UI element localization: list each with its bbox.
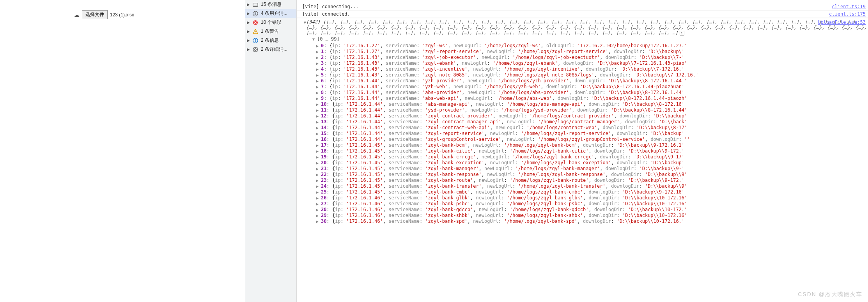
array-entry[interactable]: ▶2: {ip: '172.16.1.43', serviceName: 'zq… — [316, 55, 868, 60]
filter-label: 1 条警告 — [261, 28, 279, 35]
caret-right-icon: ▶ — [247, 20, 252, 25]
caret-right-icon: ▶ — [316, 190, 321, 195]
array-entry[interactable]: ▶8: {ip: '172.16.1.44', serviceName: 'ab… — [316, 90, 868, 96]
caret-right-icon: ▶ — [316, 114, 321, 119]
array-entry[interactable]: ▶29: {ip: '172.16.1.46', serviceName: 'z… — [316, 213, 868, 219]
array-entry[interactable]: ▶5: {ip: '172.16.1.43', serviceName: 'zq… — [316, 72, 868, 78]
source-link[interactable]: client.ts:175 — [829, 11, 866, 18]
verb-icon — [252, 46, 259, 53]
array-entry[interactable]: ▶15: {ip: '172.16.1.44', serviceName: 'z… — [316, 131, 868, 137]
array-entry[interactable]: ▶14: {ip: '172.16.1.44', serviceName: 'z… — [316, 125, 868, 131]
array-entry[interactable]: ▶20: {ip: '172.16.1.45', serviceName: 'z… — [316, 160, 868, 166]
filter-info[interactable]: ▶2 条信息 — [245, 36, 296, 45]
caret-right-icon: ▶ — [316, 43, 321, 49]
array-entry[interactable]: ▶17: {ip: '172.16.1.45', serviceName: 'z… — [316, 142, 868, 148]
array-entry[interactable]: ▶4: {ip: '172.16.1.43', serviceName: 'zq… — [316, 66, 868, 72]
caret-right-icon: ▶ — [316, 219, 321, 224]
caret-right-icon: ▶ — [316, 155, 321, 160]
filter-label: 15 条消息 — [261, 1, 282, 8]
caret-right-icon: ▶ — [316, 172, 321, 178]
caret-right-icon: ▶ — [316, 73, 321, 78]
array-entry[interactable]: ▶24: {ip: '172.16.1.45', serviceName: 'z… — [316, 183, 868, 189]
caret-right-icon: ▶ — [316, 84, 321, 90]
caret-right-icon: ▶ — [316, 149, 321, 154]
caret-right-icon: ▶ — [316, 137, 321, 142]
array-entry[interactable]: ▶9: {ip: '172.16.1.44', serviceName: 'ab… — [316, 96, 868, 101]
warn-icon — [252, 28, 259, 35]
filter-label: 2 条信息 — [261, 37, 279, 44]
caret-right-icon: ▶ — [247, 38, 252, 43]
choose-file-button[interactable]: 选择文件 — [82, 10, 108, 19]
caret-right-icon: ▶ — [316, 119, 321, 125]
msg-icon — [252, 2, 259, 8]
filter-warn[interactable]: ▶1 条警告 — [245, 27, 296, 36]
caret-right-icon: ▶ — [316, 96, 321, 101]
caret-right-icon: ▶ — [247, 2, 252, 7]
cloud-upload-icon: ☁ — [74, 12, 80, 18]
array-entry[interactable]: ▶23: {ip: '172.16.1.45', serviceName: 'z… — [316, 178, 868, 183]
err-icon — [252, 20, 259, 26]
array-entry[interactable]: ▶25: {ip: '172.16.1.45', serviceName: 'z… — [316, 189, 868, 195]
caret-right-icon: ▶ — [247, 47, 252, 52]
console-array-header[interactable]: ▼(342) [{…}, {…}, {…}, {…}, {…}, {…}, {…… — [297, 18, 868, 36]
array-entry[interactable]: ▶21: {ip: '172.16.1.45', serviceName: 'z… — [316, 166, 868, 172]
file-upload-row: ☁ 选择文件 123 (1).xlsx — [0, 10, 245, 19]
svg-point-11 — [255, 39, 256, 40]
array-entry[interactable]: ▶19: {ip: '172.16.1.45', serviceName: 'z… — [316, 154, 868, 160]
caret-right-icon: ▶ — [316, 207, 321, 213]
caret-right-icon: ▶ — [316, 143, 321, 148]
array-entries: ▶0: {ip: '172.16.1.27', serviceName: 'zq… — [297, 43, 868, 224]
caret-right-icon: ▶ — [316, 49, 321, 55]
caret-right-icon: ▶ — [247, 11, 252, 16]
caret-right-icon: ▶ — [316, 102, 321, 107]
filter-msg[interactable]: ▶15 条消息 — [245, 0, 296, 9]
array-entry[interactable]: ▶18: {ip: '172.16.1.45', serviceName: 'z… — [316, 148, 868, 154]
info-badge-icon[interactable]: i — [680, 31, 684, 36]
array-entry[interactable]: ▶1: {ip: '172.16.1.27', serviceName: 'zq… — [316, 49, 868, 55]
app-panel: ☁ 选择文件 123 (1).xlsx — [0, 0, 245, 302]
array-entry[interactable]: ▶7: {ip: '172.16.1.44', serviceName: 'yz… — [316, 84, 868, 90]
console-filter-panel: ▶15 条消息▶4 条用户消...▶10 个错误▶1 条警告▶2 条信息▶2 条… — [245, 0, 297, 302]
array-entry[interactable]: ▶26: {ip: '172.16.1.46', serviceName: 'z… — [316, 195, 868, 201]
console-message: [vite] connected.client.ts:175 — [297, 11, 868, 18]
array-entry[interactable]: ▶10: {ip: '172.16.1.44', serviceName: 'a… — [316, 101, 868, 107]
user-icon — [252, 11, 259, 17]
filter-verb[interactable]: ▶2 条详细消... — [245, 45, 296, 54]
array-entry[interactable]: ▶12: {ip: '172.16.1.44', serviceName: 'z… — [316, 113, 868, 119]
caret-right-icon: ▶ — [316, 184, 321, 189]
array-entry[interactable]: ▶30: {ip: '172.16.1.46', serviceName: 'z… — [316, 219, 868, 224]
filter-label: 4 条用户消... — [261, 10, 287, 17]
array-entry[interactable]: ▶3: {ip: '172.16.1.43', serviceName: 'zq… — [316, 60, 868, 66]
selected-filename: 123 (1).xlsx — [110, 12, 134, 18]
array-entry[interactable]: ▶11: {ip: '172.16.1.44', serviceName: 'y… — [316, 107, 868, 113]
array-entry[interactable]: ▶0: {ip: '172.16.1.27', serviceName: 'zq… — [316, 43, 868, 49]
caret-right-icon: ▶ — [316, 131, 321, 137]
array-entry[interactable]: ▶22: {ip: '172.16.1.45', serviceName: 'z… — [316, 172, 868, 178]
array-range[interactable]: ▼[0 … 99] — [297, 36, 868, 43]
svg-point-9 — [255, 32, 256, 33]
caret-right-icon: ▶ — [316, 61, 321, 66]
caret-down-icon: ▼ — [312, 36, 317, 43]
caret-right-icon: ▶ — [247, 29, 252, 34]
console-message: [vite] connecting...client.ts:19 — [297, 3, 868, 11]
caret-right-icon: ▶ — [316, 160, 321, 166]
source-link[interactable]: client.ts:19 — [832, 3, 866, 10]
array-entry[interactable]: ▶13: {ip: '172.16.1.44', serviceName: 'z… — [316, 119, 868, 125]
caret-right-icon: ▶ — [316, 201, 321, 207]
array-entry[interactable]: ▶27: {ip: '172.16.1.46', serviceName: 'z… — [316, 201, 868, 207]
caret-right-icon: ▶ — [316, 125, 321, 131]
caret-right-icon: ▶ — [316, 55, 321, 60]
caret-right-icon: ▶ — [316, 78, 321, 84]
caret-right-icon: ▶ — [316, 213, 321, 219]
filter-err[interactable]: ▶10 个错误 — [245, 18, 296, 27]
source-link[interactable]: UploadFile.vue:53 — [818, 20, 866, 25]
console-panel: [vite] connecting...client.ts:19[vite] c… — [297, 0, 868, 302]
array-entry[interactable]: ▶16: {ip: '172.16.1.44', serviceName: 'z… — [316, 137, 868, 142]
svg-rect-0 — [253, 3, 258, 6]
array-entry[interactable]: ▶28: {ip: '172.16.1.46', serviceName: 'z… — [316, 207, 868, 213]
caret-right-icon: ▶ — [316, 67, 321, 72]
filter-user[interactable]: ▶4 条用户消... — [245, 9, 296, 18]
caret-right-icon: ▶ — [316, 90, 321, 96]
array-entry[interactable]: ▶6: {ip: '172.16.1.44', serviceName: 'yz… — [316, 78, 868, 84]
info-icon — [252, 37, 259, 44]
